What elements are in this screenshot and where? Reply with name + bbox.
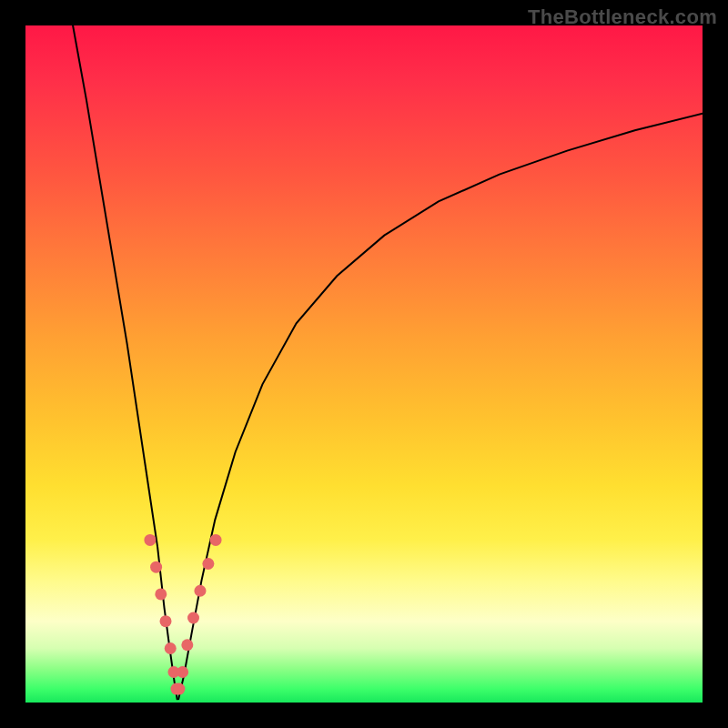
plot-area [25,25,703,703]
marker-dot [177,666,188,678]
marker-dot [210,534,222,546]
marker-dot [194,585,206,597]
marker-dot [165,642,177,654]
curve-right-branch [178,114,703,700]
marker-dot [187,612,199,624]
marker-dot [150,561,162,573]
marker-dot [155,588,167,600]
marker-dot [144,534,156,546]
marker-dot [173,683,185,695]
marker-dot [181,639,193,651]
chart-frame: TheBottleneck.com [0,0,728,728]
watermark-text: TheBottleneck.com [528,5,717,29]
marker-dot [160,615,172,627]
marker-dot [202,558,214,570]
curves-layer [25,25,703,703]
